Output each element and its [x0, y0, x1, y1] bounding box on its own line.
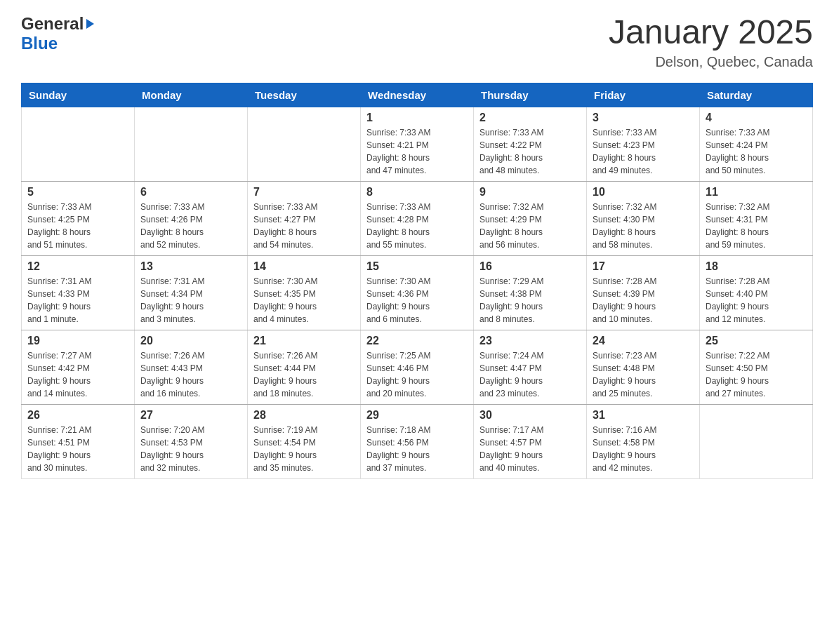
day-info: Sunrise: 7:26 AMSunset: 4:44 PMDaylight:…	[253, 349, 355, 400]
day-info: Sunrise: 7:28 AMSunset: 4:40 PMDaylight:…	[706, 275, 807, 326]
day-cell: 16Sunrise: 7:29 AMSunset: 4:38 PMDayligh…	[474, 255, 587, 330]
col-header-wednesday: Wednesday	[361, 83, 474, 107]
col-header-friday: Friday	[587, 83, 700, 107]
day-info: Sunrise: 7:33 AMSunset: 4:26 PMDaylight:…	[140, 201, 241, 251]
day-number: 7	[253, 186, 355, 199]
day-info: Sunrise: 7:22 AMSunset: 4:50 PMDaylight:…	[706, 349, 807, 400]
day-cell: 22Sunrise: 7:25 AMSunset: 4:46 PMDayligh…	[361, 330, 474, 404]
day-number: 16	[479, 260, 581, 273]
day-number: 15	[366, 260, 468, 273]
day-cell	[248, 107, 361, 181]
day-cell: 4Sunrise: 7:33 AMSunset: 4:24 PMDaylight…	[700, 107, 813, 181]
day-cell: 10Sunrise: 7:32 AMSunset: 4:30 PMDayligh…	[587, 181, 700, 255]
day-info: Sunrise: 7:29 AMSunset: 4:38 PMDaylight:…	[479, 275, 581, 326]
day-number: 26	[27, 409, 128, 422]
col-header-tuesday: Tuesday	[248, 83, 361, 107]
day-info: Sunrise: 7:30 AMSunset: 4:35 PMDaylight:…	[253, 275, 355, 326]
day-info: Sunrise: 7:33 AMSunset: 4:24 PMDaylight:…	[706, 126, 807, 177]
page-header: General Blue January 2025 Delson, Quebec…	[21, 14, 813, 70]
logo-row1: General	[21, 14, 94, 34]
day-info: Sunrise: 7:32 AMSunset: 4:31 PMDaylight:…	[706, 201, 807, 251]
week-row-3: 19Sunrise: 7:27 AMSunset: 4:42 PMDayligh…	[22, 330, 813, 404]
day-number: 18	[706, 260, 807, 273]
day-cell: 13Sunrise: 7:31 AMSunset: 4:34 PMDayligh…	[135, 255, 248, 330]
day-number: 29	[366, 409, 468, 422]
day-info: Sunrise: 7:20 AMSunset: 4:53 PMDaylight:…	[140, 424, 241, 474]
logo-general-text: General	[21, 14, 84, 34]
day-info: Sunrise: 7:27 AMSunset: 4:42 PMDaylight:…	[27, 349, 128, 400]
day-cell: 14Sunrise: 7:30 AMSunset: 4:35 PMDayligh…	[248, 255, 361, 330]
day-cell: 29Sunrise: 7:18 AMSunset: 4:56 PMDayligh…	[361, 404, 474, 478]
col-header-monday: Monday	[135, 83, 248, 107]
col-header-sunday: Sunday	[22, 83, 135, 107]
day-cell: 26Sunrise: 7:21 AMSunset: 4:51 PMDayligh…	[22, 404, 135, 478]
day-info: Sunrise: 7:31 AMSunset: 4:33 PMDaylight:…	[27, 275, 128, 326]
logo: General Blue	[21, 14, 94, 53]
day-info: Sunrise: 7:21 AMSunset: 4:51 PMDaylight:…	[27, 424, 128, 474]
day-number: 12	[27, 260, 128, 273]
day-cell: 24Sunrise: 7:23 AMSunset: 4:48 PMDayligh…	[587, 330, 700, 404]
day-cell: 30Sunrise: 7:17 AMSunset: 4:57 PMDayligh…	[474, 404, 587, 478]
day-number: 13	[140, 260, 241, 273]
day-info: Sunrise: 7:33 AMSunset: 4:28 PMDaylight:…	[366, 201, 468, 251]
day-info: Sunrise: 7:23 AMSunset: 4:48 PMDaylight:…	[593, 349, 694, 400]
day-number: 8	[366, 186, 468, 199]
day-info: Sunrise: 7:33 AMSunset: 4:22 PMDaylight:…	[479, 126, 581, 177]
day-number: 30	[479, 409, 581, 422]
day-info: Sunrise: 7:17 AMSunset: 4:57 PMDaylight:…	[479, 424, 581, 474]
calendar-title: January 2025	[609, 14, 813, 51]
day-number: 3	[593, 112, 694, 124]
day-cell: 8Sunrise: 7:33 AMSunset: 4:28 PMDaylight…	[361, 181, 474, 255]
day-cell	[22, 107, 135, 181]
day-info: Sunrise: 7:33 AMSunset: 4:27 PMDaylight:…	[253, 201, 355, 251]
week-row-2: 12Sunrise: 7:31 AMSunset: 4:33 PMDayligh…	[22, 255, 813, 330]
day-info: Sunrise: 7:33 AMSunset: 4:21 PMDaylight:…	[366, 126, 468, 177]
day-number: 14	[253, 260, 355, 273]
col-header-thursday: Thursday	[474, 83, 587, 107]
week-row-4: 26Sunrise: 7:21 AMSunset: 4:51 PMDayligh…	[22, 404, 813, 478]
logo-blue-text: Blue	[21, 34, 58, 53]
logo-triangle-icon	[86, 19, 94, 29]
day-number: 24	[593, 335, 694, 347]
day-number: 5	[27, 186, 128, 199]
day-number: 21	[253, 335, 355, 347]
calendar-subtitle: Delson, Quebec, Canada	[609, 54, 813, 70]
day-number: 23	[479, 335, 581, 347]
day-cell: 12Sunrise: 7:31 AMSunset: 4:33 PMDayligh…	[22, 255, 135, 330]
day-cell: 11Sunrise: 7:32 AMSunset: 4:31 PMDayligh…	[700, 181, 813, 255]
week-row-0: 1Sunrise: 7:33 AMSunset: 4:21 PMDaylight…	[22, 107, 813, 181]
day-number: 11	[706, 186, 807, 199]
day-info: Sunrise: 7:28 AMSunset: 4:39 PMDaylight:…	[593, 275, 694, 326]
day-cell: 6Sunrise: 7:33 AMSunset: 4:26 PMDaylight…	[135, 181, 248, 255]
day-info: Sunrise: 7:18 AMSunset: 4:56 PMDaylight:…	[366, 424, 468, 474]
day-cell: 28Sunrise: 7:19 AMSunset: 4:54 PMDayligh…	[248, 404, 361, 478]
day-number: 20	[140, 335, 241, 347]
day-number: 25	[706, 335, 807, 347]
calendar-table: SundayMondayTuesdayWednesdayThursdayFrid…	[21, 83, 813, 479]
day-cell	[135, 107, 248, 181]
day-cell: 25Sunrise: 7:22 AMSunset: 4:50 PMDayligh…	[700, 330, 813, 404]
day-info: Sunrise: 7:26 AMSunset: 4:43 PMDaylight:…	[140, 349, 241, 400]
day-cell: 19Sunrise: 7:27 AMSunset: 4:42 PMDayligh…	[22, 330, 135, 404]
day-cell: 9Sunrise: 7:32 AMSunset: 4:29 PMDaylight…	[474, 181, 587, 255]
day-info: Sunrise: 7:25 AMSunset: 4:46 PMDaylight:…	[366, 349, 468, 400]
day-cell	[700, 404, 813, 478]
day-cell: 3Sunrise: 7:33 AMSunset: 4:23 PMDaylight…	[587, 107, 700, 181]
day-info: Sunrise: 7:30 AMSunset: 4:36 PMDaylight:…	[366, 275, 468, 326]
day-number: 28	[253, 409, 355, 422]
day-cell: 2Sunrise: 7:33 AMSunset: 4:22 PMDaylight…	[474, 107, 587, 181]
day-number: 31	[593, 409, 694, 422]
day-cell: 20Sunrise: 7:26 AMSunset: 4:43 PMDayligh…	[135, 330, 248, 404]
day-number: 4	[706, 112, 807, 124]
day-info: Sunrise: 7:32 AMSunset: 4:30 PMDaylight:…	[593, 201, 694, 251]
day-cell: 21Sunrise: 7:26 AMSunset: 4:44 PMDayligh…	[248, 330, 361, 404]
week-row-1: 5Sunrise: 7:33 AMSunset: 4:25 PMDaylight…	[22, 181, 813, 255]
day-cell: 23Sunrise: 7:24 AMSunset: 4:47 PMDayligh…	[474, 330, 587, 404]
title-block: January 2025 Delson, Quebec, Canada	[609, 14, 813, 70]
day-number: 2	[479, 112, 581, 124]
day-cell: 27Sunrise: 7:20 AMSunset: 4:53 PMDayligh…	[135, 404, 248, 478]
day-info: Sunrise: 7:31 AMSunset: 4:34 PMDaylight:…	[140, 275, 241, 326]
day-cell: 5Sunrise: 7:33 AMSunset: 4:25 PMDaylight…	[22, 181, 135, 255]
day-info: Sunrise: 7:19 AMSunset: 4:54 PMDaylight:…	[253, 424, 355, 474]
col-header-saturday: Saturday	[700, 83, 813, 107]
